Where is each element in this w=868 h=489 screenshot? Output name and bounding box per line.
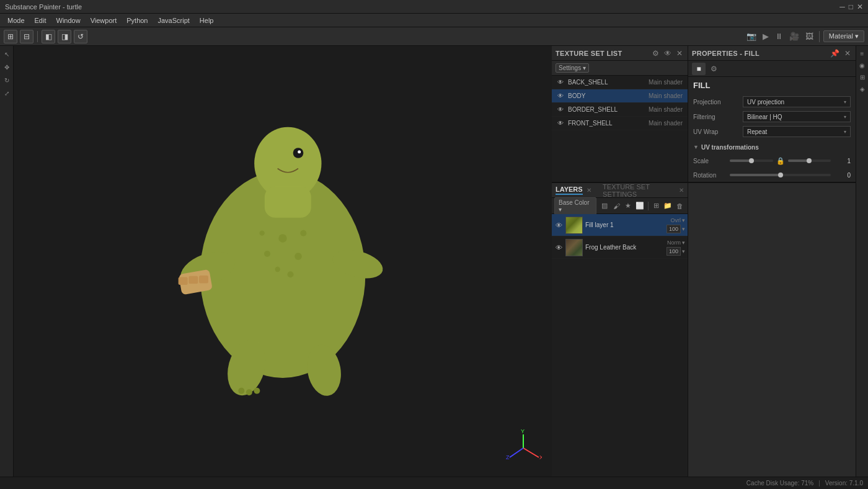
base-color-filter[interactable]: Base Color ▾ <box>554 197 596 215</box>
svg-text:Z: Z <box>506 454 510 460</box>
tss-tab-close[interactable]: ✕ <box>679 187 684 194</box>
filtering-arrow-icon: ▾ <box>844 114 846 120</box>
properties-close-btn[interactable]: ✕ <box>843 49 852 58</box>
main-layout: ↖ ✥ ↻ ⤢ <box>0 46 868 477</box>
play-icon[interactable]: ▶ <box>761 32 771 41</box>
right-panel-button[interactable]: ◨ <box>58 30 71 43</box>
right-icon-4[interactable]: ◈ <box>857 84 867 94</box>
group-btn[interactable]: ⊞ <box>651 200 662 212</box>
layer-item-fill-1[interactable]: 👁 Fill layer 1 Ovrl ▾ 100 <box>552 214 688 236</box>
grid4-button[interactable]: ⊟ <box>20 30 33 43</box>
menu-viewport[interactable]: Viewport <box>86 16 122 25</box>
ts-visibility-body[interactable]: 👁 <box>557 92 564 100</box>
photo-icon[interactable]: 🖼 <box>804 32 815 41</box>
camera-icon[interactable]: 📷 <box>745 32 758 41</box>
rotation-slider[interactable] <box>730 174 831 176</box>
minimize-button[interactable]: ─ <box>839 2 845 11</box>
menu-window[interactable]: Window <box>51 16 86 25</box>
texture-set-item-border-shell[interactable]: 👁 BORDER_SHELL Main shader <box>552 103 688 117</box>
folder-btn[interactable]: 📁 <box>663 200 673 212</box>
refresh-button[interactable]: ↺ <box>74 30 87 43</box>
title-bar: Substance Painter - turtle ─ □ ✕ <box>0 0 868 14</box>
maximize-button[interactable]: □ <box>849 2 853 11</box>
layer-mode-fill-1: Ovrl ▾ 100 ▾ <box>666 217 685 233</box>
right-icon-3[interactable]: ⊞ <box>857 72 867 82</box>
layer-opacity-arrow-frog-leather[interactable]: ▾ <box>682 248 685 254</box>
texture-set-item-back-shell[interactable]: 👁 BACK_SHELL Main shader <box>552 76 688 89</box>
rotation-value: 0 <box>833 172 851 179</box>
play2-icon[interactable]: ⏸ <box>773 32 785 41</box>
scale-y-slider[interactable] <box>788 159 831 162</box>
texture-set-list-close-btn[interactable]: ✕ <box>675 49 684 58</box>
layers-tab[interactable]: LAYERS <box>556 186 583 195</box>
layer-mode-arrow-frog-leather[interactable]: ▾ <box>682 240 685 246</box>
svg-point-22 <box>254 388 260 394</box>
grid3-button[interactable]: ⊞ <box>4 30 17 43</box>
projection-row: Projection UV projection ▾ <box>693 95 851 109</box>
projection-dropdown[interactable]: UV projection ▾ <box>743 96 851 107</box>
filtering-label: Filtering <box>693 114 743 120</box>
layer-opacity-fill-1[interactable]: 100 <box>666 225 681 233</box>
material-dropdown[interactable]: Material ▾ <box>823 30 864 42</box>
properties-pin-btn[interactable]: 📌 <box>829 49 841 58</box>
add-paint-layer-btn[interactable]: 🖌 <box>611 200 621 212</box>
settings-dropdown[interactable]: Settings ▾ <box>556 63 589 73</box>
menu-mode[interactable]: Mode <box>2 16 30 25</box>
svg-rect-17 <box>179 277 188 285</box>
left-toolbar: ↖ ✥ ↻ ⤢ <box>0 46 14 477</box>
layers-panel: LAYERS ✕ TEXTURE SET SETTINGS ✕ Base Col… <box>552 183 688 477</box>
menu-help[interactable]: Help <box>195 16 219 25</box>
add-fill-layer-btn[interactable]: ▨ <box>599 200 609 212</box>
uv-wrap-dropdown[interactable]: Repeat ▾ <box>743 126 851 137</box>
right-icon-1[interactable]: ≡ <box>857 48 867 58</box>
texture-set-list-eye-icon[interactable]: 👁 <box>663 49 673 58</box>
filtering-dropdown[interactable]: Bilinear | HQ ▾ <box>743 111 851 122</box>
projection-label: Projection <box>693 99 743 105</box>
layers-tab-close[interactable]: ✕ <box>587 187 591 194</box>
ts-name-body: BODY <box>568 92 645 99</box>
layer-opacity-frog-leather[interactable]: 100 <box>666 247 681 256</box>
left-panel-button[interactable]: ◧ <box>42 30 55 43</box>
scale-tool-icon[interactable]: ⤢ <box>1 87 12 99</box>
select-tool-icon[interactable]: ↖ <box>1 48 12 60</box>
uv-transforms-section[interactable]: ▼ UV transformations <box>693 141 851 153</box>
move-tool-icon[interactable]: ✥ <box>1 61 12 73</box>
texture-set-item-front-shell[interactable]: 👁 FRONT_SHELL Main shader <box>552 117 688 130</box>
delete-layer-btn[interactable]: 🗑 <box>675 200 685 212</box>
camera2-icon[interactable]: 🎥 <box>787 32 801 41</box>
axis-indicator: X Y Z <box>505 429 542 467</box>
properties-tab-fill[interactable]: ■ <box>692 63 706 75</box>
menu-edit[interactable]: Edit <box>30 16 51 25</box>
3d-viewport <box>14 62 552 477</box>
add-effect-btn[interactable]: ★ <box>623 200 634 212</box>
viewport[interactable]: X Y Z <box>14 46 552 477</box>
texture-set-list-title: TEXTURE SET LIST <box>556 50 649 57</box>
menu-javascript[interactable]: JavaScript <box>153 16 194 25</box>
svg-point-14 <box>300 230 306 236</box>
scale-x-slider[interactable] <box>730 159 773 162</box>
svg-text:Y: Y <box>521 429 525 434</box>
mask-btn[interactable]: ⬜ <box>635 200 645 212</box>
layer-opacity-arrow-fill-1[interactable]: ▾ <box>682 226 685 232</box>
lock-icon[interactable]: 🔒 <box>776 157 785 165</box>
ts-name-back-shell: BACK_SHELL <box>568 79 645 86</box>
layer-vis-frog-leather[interactable]: 👁 <box>554 243 563 252</box>
layer-mode-arrow-fill-1[interactable]: ▾ <box>682 217 685 223</box>
texture-set-list-settings-btn[interactable]: ⚙ <box>651 49 660 58</box>
texture-set-item-body[interactable]: 👁 BODY Main shader <box>552 89 688 103</box>
close-button[interactable]: ✕ <box>857 2 863 11</box>
ts-visibility-back-shell[interactable]: 👁 <box>557 79 564 86</box>
texture-set-settings-tab[interactable]: TEXTURE SET SETTINGS <box>603 183 675 198</box>
layer-vis-fill-1[interactable]: 👁 <box>554 221 563 230</box>
properties-tab-settings[interactable]: ⚙ <box>707 63 720 75</box>
layer-thumb-fill-1 <box>565 217 583 234</box>
right-icon-2[interactable]: ◉ <box>857 60 867 70</box>
ts-visibility-border-shell[interactable]: 👁 <box>557 106 564 114</box>
svg-point-10 <box>294 253 302 260</box>
layer-name-frog-leather: Frog Leather Back <box>585 244 664 251</box>
version-status: Version: 7.1.0 <box>825 480 863 487</box>
layer-item-frog-leather[interactable]: 👁 Frog Leather Back Norm ▾ 100 <box>552 236 688 259</box>
rotate-tool-icon[interactable]: ↻ <box>1 74 12 86</box>
ts-visibility-front-shell[interactable]: 👁 <box>557 120 564 127</box>
menu-python[interactable]: Python <box>122 16 153 25</box>
